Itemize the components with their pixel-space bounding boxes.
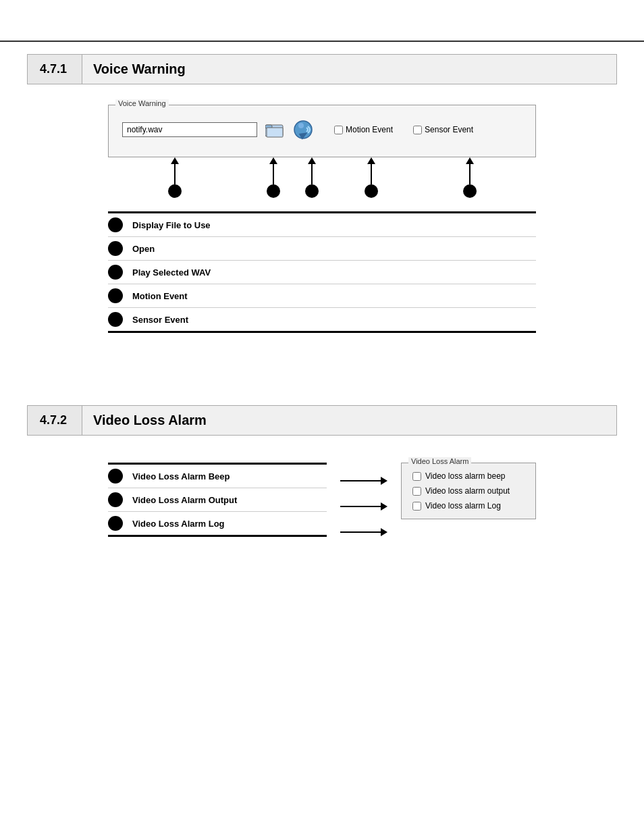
- voice-warning-panel: Voice Warning: [108, 105, 536, 157]
- vla-bullet-2: [108, 492, 123, 507]
- vla-cb-item-1: Video loss alarm beep: [412, 471, 525, 481]
- motion-event-checkbox[interactable]: [334, 126, 343, 134]
- vla-bullet-1: [108, 469, 123, 484]
- vla-cb-item-3: Video loss alarm Log: [412, 501, 525, 511]
- vla-arrow-line-3: [340, 531, 381, 533]
- play-wav-button[interactable]: [292, 119, 314, 140]
- vla-arrow-head-2: [381, 502, 387, 511]
- legend-bullet-2: [108, 241, 123, 256]
- voice-warning-controls: Motion Event Sensor Event: [122, 113, 522, 143]
- section-472-header: 4.7.2 Video Loss Alarm: [27, 405, 617, 436]
- section-471-title: Voice Warning: [82, 55, 616, 84]
- vla-text-2: Video Loss Alarm Output: [132, 495, 237, 505]
- vla-output-label: Video loss alarm output: [425, 486, 510, 496]
- vla-bullet-3: [108, 516, 123, 531]
- section-472-number: 4.7.2: [28, 407, 82, 434]
- sensor-event-label: Sensor Event: [425, 125, 473, 134]
- vla-arrows: [340, 463, 387, 545]
- legend-text-4: Motion Event: [132, 291, 188, 301]
- section-471-number: 4.7.1: [28, 55, 82, 83]
- vla-panel: Video Loss Alarm Video loss alarm beep V…: [401, 463, 536, 519]
- vla-panel-label: Video Loss Alarm: [408, 457, 471, 465]
- vla-cb-item-2: Video loss alarm output: [412, 486, 525, 496]
- vla-log-label: Video loss alarm Log: [425, 501, 501, 511]
- legend-row-3: Play Selected WAV: [108, 261, 536, 284]
- legend-row-2: Open: [108, 237, 536, 261]
- legend-text-1: Display File to Use: [132, 220, 211, 230]
- vla-arrow-head-1: [381, 477, 387, 485]
- legend-text-5: Sensor Event: [132, 315, 188, 325]
- vla-legend-row-1: Video Loss Alarm Beep: [108, 465, 327, 488]
- arrow-diagram-471: [108, 157, 536, 211]
- vla-arrow-head-3: [381, 528, 387, 536]
- play-icon: [293, 120, 313, 140]
- vla-legend-row-2: Video Loss Alarm Output: [108, 488, 327, 512]
- vla-output-checkbox[interactable]: [412, 487, 421, 496]
- motion-event-label: Motion Event: [346, 125, 393, 134]
- arrow-4: [365, 157, 378, 198]
- legend-row-5: Sensor Event: [108, 308, 536, 331]
- legend-bullet-5: [108, 312, 123, 327]
- vla-text-3: Video Loss Alarm Log: [132, 519, 225, 529]
- open-file-button[interactable]: [264, 119, 286, 140]
- vla-arrow-row-1: [340, 468, 387, 494]
- sensor-event-checkbox[interactable]: [413, 126, 422, 134]
- vla-beep-checkbox[interactable]: [412, 472, 421, 481]
- arrow-5: [463, 157, 477, 198]
- legend-bullet-1: [108, 217, 123, 232]
- svg-point-4: [298, 123, 304, 128]
- vla-legend-row-3: Video Loss Alarm Log: [108, 512, 327, 535]
- motion-event-checkbox-group: Motion Event: [334, 125, 393, 134]
- vla-legend: Video Loss Alarm Beep Video Loss Alarm O…: [108, 463, 327, 537]
- legend-row-4: Motion Event: [108, 284, 536, 308]
- vla-area: Video Loss Alarm Beep Video Loss Alarm O…: [108, 463, 536, 545]
- vla-arrow-line-1: [340, 480, 381, 481]
- arrow-1: [168, 157, 182, 198]
- legend-bullet-4: [108, 288, 123, 303]
- top-divider: [0, 41, 644, 42]
- vla-arrow-line-2: [340, 506, 381, 507]
- section-472-title: Video Loss Alarm: [82, 406, 616, 435]
- section-471-header: 4.7.1 Voice Warning: [27, 54, 617, 84]
- folder-icon: [265, 122, 284, 138]
- section-471: 4.7.1 Voice Warning Voice Warning: [0, 54, 644, 333]
- svg-rect-2: [267, 128, 283, 137]
- arrow-2: [267, 157, 280, 198]
- legend-row-1: Display File to Use: [108, 213, 536, 237]
- vla-beep-label: Video loss alarm beep: [425, 471, 506, 481]
- filename-input[interactable]: [122, 122, 257, 137]
- voice-warning-panel-label: Voice Warning: [115, 99, 169, 107]
- legend-text-2: Open: [132, 244, 155, 254]
- legend-table-471: Display File to Use Open Play Selected W…: [108, 211, 536, 333]
- vla-log-checkbox[interactable]: [412, 502, 421, 511]
- vla-text-1: Video Loss Alarm Beep: [132, 471, 230, 481]
- legend-bullet-3: [108, 265, 123, 280]
- legend-text-3: Play Selected WAV: [132, 267, 211, 278]
- sensor-event-checkbox-group: Sensor Event: [413, 125, 473, 134]
- vla-arrow-row-2: [340, 494, 387, 519]
- section-472: 4.7.2 Video Loss Alarm Video Loss Alarm …: [0, 405, 644, 545]
- arrow-3: [305, 157, 319, 198]
- vla-arrow-row-3: [340, 519, 387, 545]
